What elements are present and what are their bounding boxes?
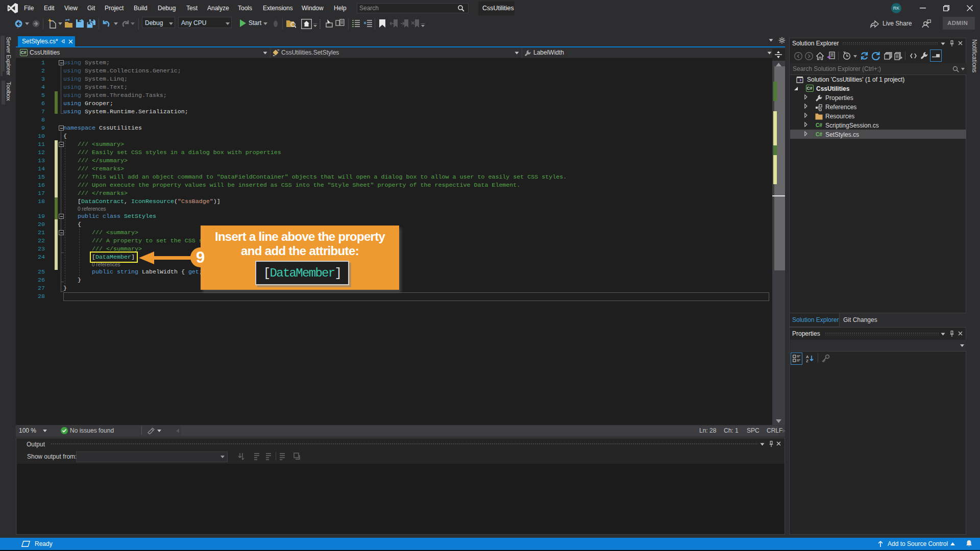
svg-text:Z: Z — [806, 359, 808, 363]
